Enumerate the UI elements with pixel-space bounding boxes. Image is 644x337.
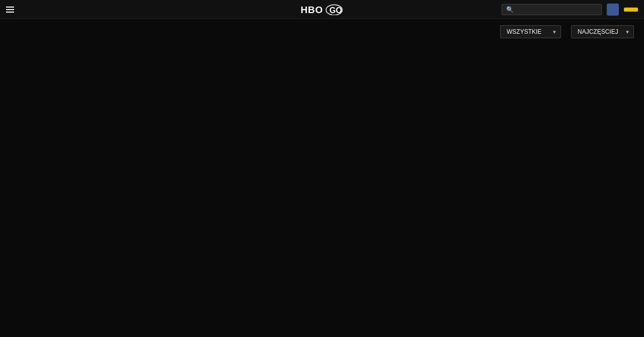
nav-right: 🔍	[502, 4, 638, 16]
facebook-button[interactable]	[607, 4, 619, 16]
hbo-logo-svg: HBO GO	[300, 4, 344, 15]
filter-select[interactable]: WSZYSTKIE SERIALE FILMY DOKUMENTY	[500, 25, 561, 38]
search-box[interactable]: 🔍	[502, 4, 602, 15]
login-button[interactable]	[624, 8, 638, 12]
sort-select-wrapper: NAJCZĘŚCIEJ NAJNOWSZE A-Z	[571, 25, 634, 38]
menu-button[interactable]	[6, 7, 17, 13]
hbo-logo[interactable]: HBO GO	[300, 4, 344, 15]
search-icon: 🔍	[506, 6, 514, 13]
sort-select[interactable]: NAJCZĘŚCIEJ NAJNOWSZE A-Z	[571, 25, 634, 38]
hamburger-icon	[6, 7, 14, 13]
svg-text:HBO: HBO	[300, 4, 323, 15]
search-input[interactable]	[517, 6, 597, 13]
filterbar: WSZYSTKIE SERIALE FILMY DOKUMENTY NAJCZĘ…	[0, 19, 644, 44]
filter-select-wrapper: WSZYSTKIE SERIALE FILMY DOKUMENTY	[500, 25, 561, 38]
content-grid	[0, 44, 644, 49]
topnav: HBO GO 🔍	[0, 0, 644, 19]
